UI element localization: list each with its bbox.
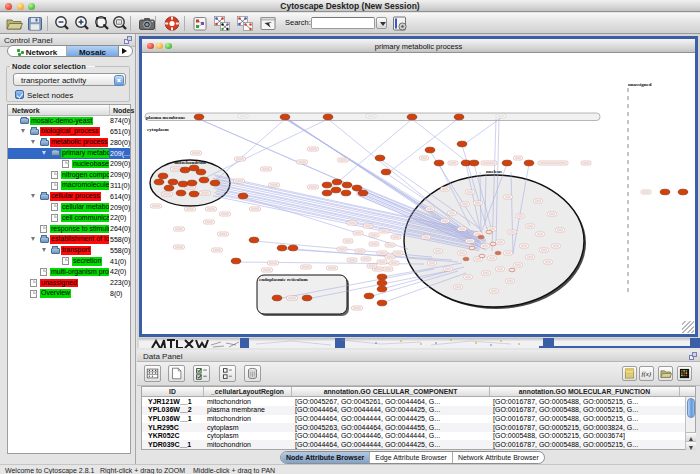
- tree-row-count: 280(0): [110, 139, 130, 146]
- table-row[interactable]: YPL036W__1mitochondrion[GO:0044464, GO:0…: [142, 415, 695, 424]
- search-label: Search:: [285, 18, 311, 27]
- tab-mosaic[interactable]: Mosaic: [67, 46, 119, 56]
- table-row[interactable]: YKR052Ccytoplasm[GO:0044464, GO:0044446,…: [142, 432, 695, 441]
- table-row[interactable]: YLR295Ccytoplasm[GO:0045263, GO:0044464,…: [142, 423, 695, 432]
- table-column-header[interactable]: _cellularLayoutRegion: [204, 387, 292, 396]
- table-cell: [GO:0005488, GO:0005215, GO:0003674]: [490, 432, 680, 441]
- float-panel-icon[interactable]: [124, 36, 132, 44]
- annotation-icon[interactable]: [258, 14, 278, 33]
- save-session-icon[interactable]: [25, 14, 45, 33]
- attribute-table-icon[interactable]: [144, 365, 161, 382]
- toolbar-separator: [155, 16, 156, 31]
- tree-row[interactable]: primary metabolic process209(...: [8, 148, 130, 159]
- table-row[interactable]: YJR121W__1mitochondrion[GO:0045267, GO:0…: [142, 398, 695, 407]
- tree-row[interactable]: multi-organism proce42(0): [8, 267, 130, 278]
- window-title: Cytoscape Desktop (New Session): [0, 1, 700, 11]
- tree-row[interactable]: biological_process651(0): [8, 126, 130, 137]
- table-row[interactable]: YPL036W__2plasma membrane[GO:0044464, GO…: [142, 406, 695, 415]
- zoom-in-icon[interactable]: [72, 14, 92, 33]
- tree-row[interactable]: Overview8(0): [8, 288, 130, 299]
- scroll-down-icon[interactable]: [686, 441, 696, 450]
- toolbar-separator: [130, 16, 131, 31]
- tree-row[interactable]: cellular metabolic proc209(0): [8, 202, 130, 213]
- tree-row[interactable]: macromolecule metab311(0): [8, 180, 130, 191]
- tree-row[interactable]: establishment of local558(0): [8, 234, 130, 245]
- table-column-header[interactable]: annotation.GO CELLULAR_COMPONENT: [292, 387, 490, 396]
- matrix-view-icon[interactable]: [677, 366, 692, 381]
- tree-row-label: cellular process: [50, 192, 101, 201]
- zoom-selected-icon[interactable]: [110, 14, 130, 33]
- tree-row[interactable]: nucleobase-containing209(0): [8, 159, 130, 170]
- copy-network-icon[interactable]: [235, 14, 255, 33]
- checkbox-check-icon: [15, 90, 24, 99]
- file-icon: [40, 225, 47, 233]
- background-windows[interactable]: [139, 338, 700, 348]
- table-cell: YPL036W__1: [142, 415, 204, 424]
- scrollbar-thumb[interactable]: [687, 398, 695, 418]
- open-file-icon[interactable]: [4, 14, 24, 33]
- node-color-combobox[interactable]: transporter activity: [13, 73, 126, 86]
- tab-overflow-button[interactable]: [119, 46, 132, 56]
- tree-expand-icon[interactable]: [42, 248, 46, 254]
- cytopanel-icon[interactable]: [162, 14, 182, 33]
- delete-attribute-icon[interactable]: [244, 365, 261, 382]
- tree-row-label: metabolic process: [50, 138, 108, 147]
- tree-row[interactable]: cellular process614(0): [8, 191, 130, 202]
- zoom-out-icon[interactable]: [52, 14, 72, 33]
- vizmapper-icon[interactable]: [190, 14, 210, 33]
- tree-expand-icon[interactable]: [31, 237, 35, 243]
- tree-row[interactable]: cell communication22(0): [8, 213, 130, 224]
- tree-row-label: multi-organism proce: [50, 268, 109, 277]
- formula-builder-icon[interactable]: f(x): [639, 366, 654, 381]
- scroll-up-icon[interactable]: [686, 432, 696, 441]
- tree-expand-icon[interactable]: [42, 151, 46, 157]
- tree-row-label: Overview: [40, 289, 71, 298]
- tab-network[interactable]: Network: [8, 46, 67, 56]
- zoom-fit-icon[interactable]: [92, 14, 112, 33]
- tree-row[interactable]: secretion41(0): [8, 256, 130, 267]
- snapshot-icon[interactable]: [137, 14, 157, 33]
- tab-edge-attribute-browser[interactable]: Edge Attribute Browser: [370, 452, 453, 463]
- tree-row[interactable]: transport558(0): [8, 245, 130, 256]
- table-cell: mitochondrion: [204, 440, 292, 449]
- select-attributes-icon[interactable]: [193, 365, 210, 382]
- attribute-list-icon[interactable]: [622, 366, 637, 381]
- table-column-header[interactable]: ID: [142, 387, 204, 396]
- resize-grip[interactable]: [682, 321, 694, 333]
- table-scrollbar[interactable]: [685, 397, 695, 450]
- search-input[interactable]: [311, 17, 375, 29]
- unselect-attributes-icon[interactable]: [219, 365, 236, 382]
- new-attribute-icon[interactable]: [168, 365, 185, 382]
- tree-expand-icon[interactable]: [21, 129, 25, 135]
- tree-row[interactable]: unassigned223(0): [8, 277, 130, 288]
- table-cell: mitochondrion: [204, 415, 292, 424]
- svg-text:unassigned: unassigned: [628, 82, 652, 87]
- folder-icon: [51, 150, 60, 156]
- search-dropdown-button[interactable]: [376, 17, 387, 29]
- tree-expand-icon[interactable]: [31, 140, 35, 146]
- network-view-window: primary metabolic process plasma membran…: [139, 36, 698, 337]
- network-canvas[interactable]: plasma membranecytoplasmmitochondrionnuc…: [142, 54, 695, 334]
- table-column-header[interactable]: annotation.GO MOLECULAR_FUNCTION: [490, 387, 680, 396]
- network-tab-icon: [17, 49, 24, 56]
- tree-row[interactable]: mosaic-demo-yeast874(0): [8, 116, 130, 127]
- status-zoom-hint: Right-click + drag to ZOOM: [100, 467, 185, 474]
- tree-row[interactable]: response to stimulus264(0): [8, 223, 130, 234]
- tree-row-count: 209(0): [110, 160, 130, 167]
- layout-network-icon[interactable]: [212, 14, 232, 33]
- tab-network-attribute-browser[interactable]: Network Attribute Browser: [453, 452, 544, 463]
- tree-row[interactable]: metabolic process280(0): [8, 137, 130, 148]
- table-row[interactable]: YDR039C__1mitochondrion[GO:0044464, GO:0…: [142, 440, 695, 449]
- data-panel-float-icon[interactable]: [689, 352, 697, 360]
- tree-row-label: cell communication: [61, 214, 109, 223]
- import-table-icon[interactable]: [658, 366, 673, 381]
- search-options-icon[interactable]: [390, 14, 410, 33]
- tree-row[interactable]: nitrogen compound me209(0): [8, 169, 130, 180]
- table-cell: [GO:0016787, GO:0005488, GO:0005215, G..…: [490, 440, 680, 449]
- combobox-stepper-icon: [114, 75, 124, 86]
- network-window-titlebar[interactable]: primary metabolic process: [142, 39, 695, 53]
- control-panel-tabs: Network Mosaic: [7, 45, 133, 57]
- table-cell: [GO:0044464, GO:0044444, GO:0044425, G..…: [292, 415, 490, 424]
- tab-node-attribute-browser[interactable]: Node Attribute Browser: [281, 452, 370, 463]
- tree-expand-icon[interactable]: [31, 194, 35, 200]
